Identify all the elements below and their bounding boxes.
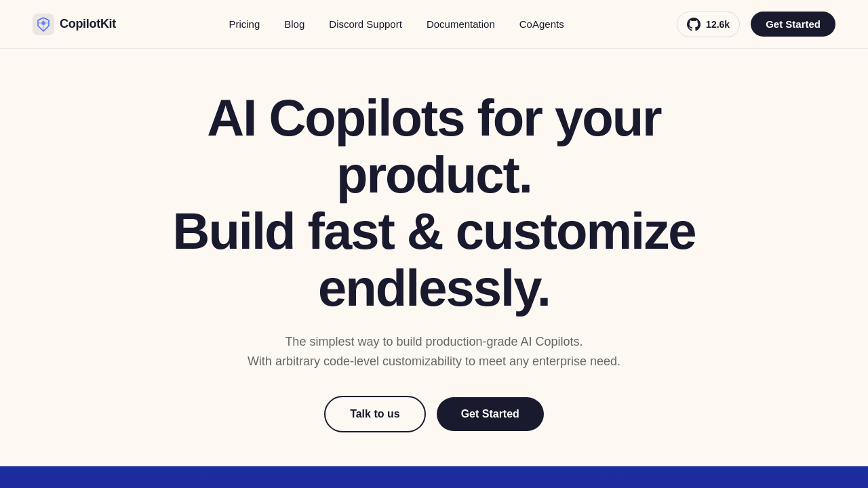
hero-get-started-button[interactable]: Get Started [437,397,544,431]
hero-subtitle-line1: The simplest way to build production-gra… [285,335,583,348]
nav-item-coagents[interactable]: CoAgents [519,18,564,30]
nav-right: 12.6k Get Started [677,12,835,37]
github-count: 12.6k [706,19,730,30]
github-button[interactable]: 12.6k [677,12,740,37]
hero-title-line2: Build fast & customize endlessly. [173,202,696,317]
nav-item-blog[interactable]: Blog [284,18,304,30]
logo[interactable]: CopilotKit [33,14,116,35]
hero-section: AI Copilots for your product. Build fast… [0,49,868,466]
talk-to-us-button[interactable]: Talk to us [324,396,426,432]
hero-subtitle-line2: With arbitrary code-level customizabilit… [248,354,620,368]
hero-buttons: Talk to us Get Started [324,396,544,432]
blue-section: An AI Copilot in Your Application YOUR A… [0,466,868,488]
nav-get-started-button[interactable]: Get Started [751,12,835,37]
nav-item-docs[interactable]: Documentation [427,18,495,30]
hero-subtitle: The simplest way to build production-gra… [248,332,620,371]
navbar: CopilotKit Pricing Blog Discord Support … [0,0,868,49]
svg-point-1 [41,21,45,25]
nav-item-discord[interactable]: Discord Support [329,18,402,30]
github-icon [687,18,701,31]
hero-title-line1: AI Copilots for your product. [207,89,660,203]
logo-text: CopilotKit [60,17,116,31]
nav-item-pricing[interactable]: Pricing [229,18,260,30]
hero-title: AI Copilots for your product. Build fast… [129,89,739,316]
copilotkit-logo-icon [33,14,54,35]
nav-links: Pricing Blog Discord Support Documentati… [229,18,564,30]
